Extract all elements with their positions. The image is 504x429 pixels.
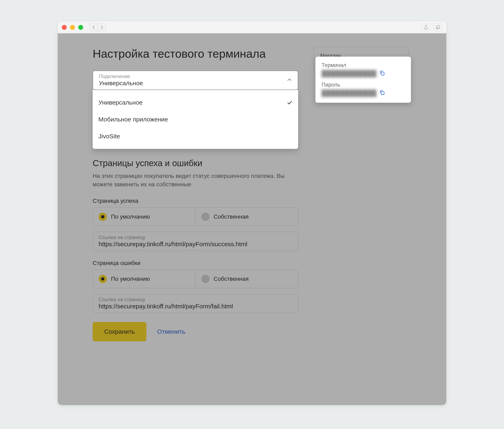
radio-off-icon [201, 213, 210, 221]
connection-label: Подключение [99, 73, 292, 79]
button-row: Сохранить Отменить [93, 322, 298, 341]
dropdown-option-jivosite[interactable]: JivoSite [93, 128, 298, 145]
input-label: Ссылка на страницу [99, 297, 292, 302]
input-label: Ссылка на страницу [99, 234, 292, 240]
dropdown-option-universal[interactable]: Универсальное [93, 94, 298, 111]
back-button[interactable] [90, 24, 98, 31]
forward-button[interactable] [98, 24, 106, 31]
nav-arrows [89, 23, 106, 31]
radio-off-icon [201, 275, 210, 283]
radio-on-icon [99, 275, 107, 283]
dropdown-option-label: Мобильное приложение [99, 116, 168, 123]
radio-label: По умолчанию [111, 214, 150, 220]
fail-url-input[interactable]: Ссылка на страницу https://securepay.tin… [93, 294, 298, 313]
page-title: Настройка тестового терминала [93, 47, 298, 60]
titlebar [58, 21, 446, 33]
dropdown-option-label: Универсальное [99, 99, 143, 106]
connection-dropdown: Универсальное Мобильное приложение JivoS… [93, 90, 298, 149]
copy-window-icon [436, 25, 440, 29]
fail-label: Страница ошибки [93, 260, 298, 266]
share-icon [424, 25, 428, 30]
connection-select-wrap: Подключение Универсальное Универсальное [93, 71, 298, 149]
minimize-icon[interactable] [70, 25, 75, 30]
chevron-up-icon [287, 78, 292, 82]
success-url-input[interactable]: Ссылка на страницу https://securepay.tin… [93, 232, 298, 251]
chevron-right-icon [100, 25, 103, 29]
connection-select[interactable]: Подключение Универсальное [93, 71, 298, 90]
pages-description: На этих страницах покупатель видит стату… [93, 172, 298, 188]
cancel-button[interactable]: Отменить [157, 328, 185, 335]
svg-rect-2 [381, 92, 384, 95]
copy-icon [379, 90, 385, 95]
close-icon[interactable] [62, 25, 67, 30]
dropdown-option-label: JivoSite [99, 133, 120, 140]
svg-rect-1 [381, 72, 384, 75]
success-radio-group: По умолчанию Собственная [93, 207, 298, 226]
copy-icon [379, 70, 385, 76]
chevron-left-icon [92, 25, 95, 29]
window-controls [62, 25, 83, 30]
connection-value: Универсальное [99, 80, 292, 87]
tabs-button[interactable] [434, 24, 442, 31]
copy-terminal-button[interactable] [379, 70, 385, 77]
svg-rect-0 [437, 26, 440, 28]
copy-password-button[interactable] [379, 90, 385, 96]
success-label: Страница успеха [93, 198, 298, 204]
radio-label: Собственная [214, 276, 249, 282]
radio-on-icon [99, 213, 107, 221]
check-icon [287, 99, 292, 106]
input-value: https://securepay.tinkoff.ru/html/payFor… [99, 303, 292, 310]
share-button[interactable] [422, 24, 430, 31]
terminal-popup: Терминал ████████████ Пароль ███████████… [315, 57, 411, 103]
radio-label: По умолчанию [111, 276, 150, 282]
pages-heading: Страницы успеха и ошибки [93, 158, 298, 168]
fail-radio-group: По умолчанию Собственная [93, 270, 298, 288]
password-value: ████████████ [322, 89, 377, 97]
fail-own-radio[interactable]: Собственная [196, 270, 298, 288]
fullscreen-icon[interactable] [78, 25, 83, 30]
browser-window: Настройка тестового терминала Подключени… [58, 21, 446, 405]
success-default-radio[interactable]: По умолчанию [93, 208, 196, 226]
dropdown-option-mobile[interactable]: Мобильное приложение [93, 111, 298, 128]
terminal-label: Терминал [322, 62, 405, 68]
success-own-radio[interactable]: Собственная [196, 208, 298, 226]
fail-default-radio[interactable]: По умолчанию [93, 270, 196, 288]
terminal-value: ████████████ [322, 70, 377, 77]
password-label: Пароль [322, 81, 405, 88]
radio-label: Собственная [214, 214, 249, 220]
content: Настройка тестового терминала Подключени… [58, 33, 446, 405]
main-column: Настройка тестового терминала Подключени… [93, 47, 298, 341]
save-button[interactable]: Сохранить [93, 322, 146, 341]
input-value: https://securepay.tinkoff.ru/html/payFor… [99, 241, 292, 248]
